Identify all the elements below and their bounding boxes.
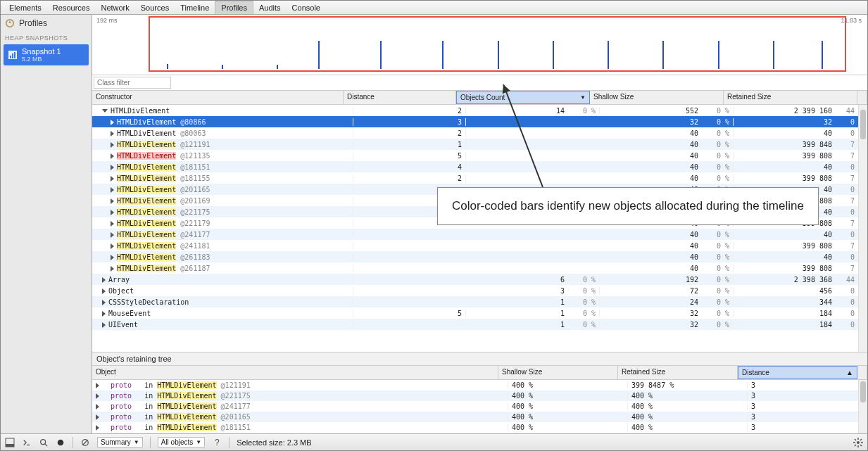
table-row[interactable]: HTMLDivElement @241181400 %399 8087 % (92, 240, 867, 251)
svg-rect-3 (12, 53, 13, 58)
table-row[interactable]: HTMLDivElement @1211911400 %399 8487 % (92, 139, 867, 150)
col-shallow-size[interactable]: Shallow Size (590, 91, 724, 104)
tab-elements[interactable]: Elements (4, 1, 47, 14)
selected-size-label: Selected size: 2.3 MB (237, 438, 311, 447)
sort-desc-icon: ▼ (580, 94, 586, 101)
table-row[interactable]: HTMLDivElement @1811514400 %400 % (92, 161, 867, 172)
table-row[interactable]: HTMLDivElement @800632400 %400 % (92, 127, 867, 139)
table-row[interactable]: HTMLDivElement2140 %5520 %2 399 16044 % (92, 105, 867, 116)
view-select[interactable]: Summary▼ (97, 437, 143, 447)
table-row[interactable]: Array60 %1920 %2 398 36844 % (92, 274, 867, 285)
table-row[interactable]: UIEvent10 %320 %1840 % (92, 319, 867, 330)
tab-network[interactable]: Network (95, 1, 134, 14)
col-distance[interactable]: Distance (344, 91, 456, 104)
sort-asc-icon: ▲ (846, 369, 853, 376)
svg-rect-4 (14, 52, 15, 58)
snapshot-icon (8, 50, 18, 60)
heap-table-header: Constructor Distance Objects Count▼ Shal… (92, 91, 867, 105)
tab-profiles[interactable]: Profiles (215, 1, 253, 14)
tab-resources[interactable]: Resources (47, 1, 96, 14)
svg-point-11 (58, 439, 64, 445)
record-icon[interactable] (56, 438, 65, 447)
retaining-row[interactable]: __proto__ in HTMLDivElement @121191400 %… (92, 380, 867, 390)
annotation-box: Color-coded bars identify new objects al… (437, 187, 819, 225)
col-constructor[interactable]: Constructor (92, 91, 344, 104)
snapshot-size: 5.2 MB (22, 56, 61, 63)
svg-line-19 (855, 439, 856, 440)
help-icon[interactable]: ? (212, 438, 222, 447)
rcol-distance[interactable]: Distance▲ (738, 366, 857, 379)
col-retained-size[interactable]: Retained Size (724, 91, 857, 104)
tab-audits[interactable]: Audits (253, 1, 287, 14)
svg-line-13 (83, 440, 88, 445)
clear-icon[interactable] (80, 438, 90, 447)
timeline-bars (153, 29, 842, 69)
retaining-row[interactable]: __proto__ in HTMLDivElement @221175400 %… (92, 390, 867, 401)
snapshot-name: Snapshot 1 (22, 47, 61, 56)
svg-point-14 (857, 441, 860, 444)
retaining-row[interactable]: __proto__ in HTMLDivElement @241177400 %… (92, 401, 867, 412)
svg-point-9 (41, 439, 46, 444)
table-row[interactable]: Object30 %720 %4560 % (92, 285, 867, 296)
table-row[interactable]: MouseEvent510 %320 %1840 % (92, 307, 867, 319)
table-row[interactable]: CSSStyleDeclaration10 %240 %3440 % (92, 296, 867, 307)
sidebar-item-snapshot[interactable]: Snapshot 1 5.2 MB (4, 44, 89, 65)
gear-icon[interactable] (853, 438, 863, 447)
timeline-start-label: 192 ms (96, 17, 118, 24)
table-row[interactable]: HTMLDivElement @808663320 %320 % (92, 116, 867, 127)
retaining-tree-body[interactable]: __proto__ in HTMLDivElement @121191400 %… (92, 380, 867, 433)
retaining-row[interactable]: __proto__ in HTMLDivElement @201165400 %… (92, 412, 867, 422)
search-icon[interactable] (39, 438, 49, 447)
tab-console[interactable]: Console (287, 1, 326, 14)
rcol-object[interactable]: Object (92, 366, 498, 379)
dock-icon[interactable] (5, 438, 15, 447)
allocation-timeline[interactable]: 192 ms 11.83 s (92, 15, 867, 75)
svg-line-20 (860, 445, 862, 446)
class-filter-input[interactable] (94, 77, 171, 89)
content-pane: 192 ms 11.83 s (92, 15, 867, 433)
retaining-tree-header: Object Shallow Size Retained Size Distan… (92, 366, 867, 380)
heap-table-body[interactable]: HTMLDivElement2140 %5520 %2 399 16044 %H… (92, 105, 867, 352)
chevron-down-icon: ▼ (134, 439, 139, 445)
svg-line-21 (855, 445, 856, 446)
table-row[interactable]: HTMLDivElement @1211355400 %399 8087 % (92, 150, 867, 161)
rcol-shallow[interactable]: Shallow Size (498, 366, 618, 379)
sidebar-title-text: Profiles (19, 18, 47, 28)
tab-timeline[interactable]: Timeline (175, 1, 215, 14)
table-row[interactable]: HTMLDivElement @241177400 %400 % (92, 229, 867, 240)
table-row[interactable]: HTMLDivElement @261183400 %400 % (92, 251, 867, 262)
chevron-down-icon: ▼ (196, 439, 201, 445)
table-row[interactable]: HTMLDivElement @1811552400 %399 8087 % (92, 172, 867, 184)
svg-rect-2 (10, 56, 11, 58)
table-row[interactable]: HTMLDivElement @261187400 %399 8087 % (92, 262, 867, 274)
sidebar-title: Profiles (1, 15, 92, 32)
profiles-sidebar: Profiles HEAP SNAPSHOTS Snapshot 1 5.2 M… (1, 15, 92, 433)
console-toggle-icon[interactable] (22, 438, 32, 447)
profiles-icon (5, 18, 15, 28)
status-bar: Summary▼ All objects▼ ? Selected size: 2… (1, 433, 867, 450)
tab-sources[interactable]: Sources (135, 1, 175, 14)
devtools-tabbar: Elements Resources Network Sources Timel… (1, 1, 867, 15)
svg-rect-7 (6, 444, 14, 447)
retaining-tree-title: Object's retaining tree (92, 352, 867, 366)
rcol-retained[interactable]: Retained Size (618, 366, 738, 379)
svg-line-10 (45, 443, 47, 445)
retaining-row[interactable]: __proto__ in HTMLDivElement @181151400 %… (92, 422, 867, 433)
sidebar-section-heap: HEAP SNAPSHOTS (1, 32, 92, 44)
scope-select[interactable]: All objects▼ (158, 437, 206, 447)
class-filter-row (92, 75, 867, 91)
svg-line-22 (860, 439, 862, 440)
annotation-arrow (501, 82, 571, 191)
svg-line-5 (503, 84, 543, 187)
